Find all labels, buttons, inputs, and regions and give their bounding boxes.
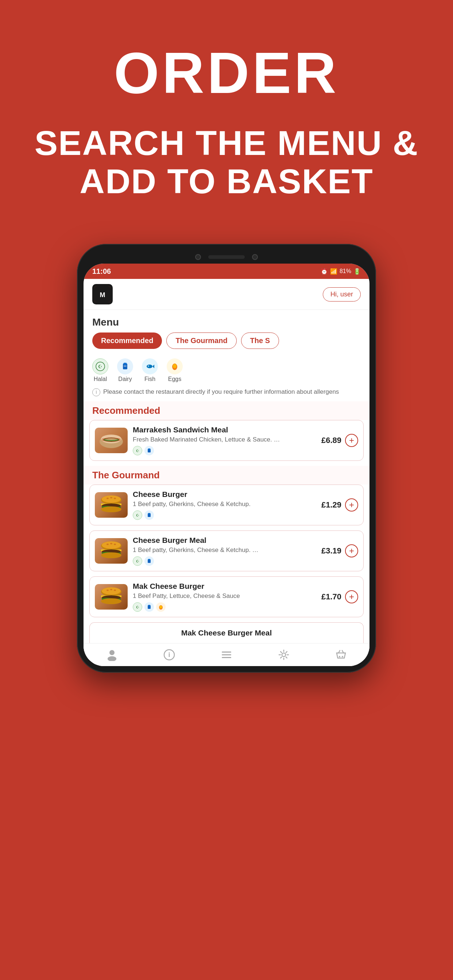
mak-cheese-burger-desc: 1 Beef Patty, Lettuce, Cheese & Sauce (133, 592, 316, 600)
svg-text:i: i (169, 651, 170, 659)
svg-point-24 (114, 498, 116, 499)
cheese-burger-desc: 1 Beef patty, Gherkins, Cheese & Ketchup… (133, 500, 316, 508)
svg-rect-60 (222, 654, 231, 655)
phone-wrapper: 11:06 ⏰ 📶 81% 🔋 M (77, 244, 376, 673)
category-tabs: Recommended The Gourmand The S (83, 332, 370, 355)
svg-point-7 (147, 364, 152, 368)
halal-icon: ☪ (92, 358, 108, 374)
cheese-burger-price-area: £1.29 + (321, 498, 358, 512)
cheese-burger-allergens: ☪ (133, 511, 316, 520)
section-gourmand: The Gourmand (83, 466, 370, 485)
marrakesh-dairy-icon (144, 446, 154, 455)
app-logo: M (92, 284, 113, 304)
eggs-label: Eggs (168, 376, 181, 382)
mcb-halal-icon: ☪ (133, 602, 142, 612)
svg-point-32 (102, 541, 121, 549)
svg-text:☪: ☪ (136, 559, 139, 563)
svg-marker-8 (152, 364, 154, 368)
allergen-eggs: Eggs (167, 358, 183, 382)
tab-recommended[interactable]: Recommended (92, 332, 162, 349)
nav-item-profile[interactable] (106, 649, 118, 661)
status-bar: 11:06 ⏰ 📶 81% 🔋 (83, 264, 370, 279)
battery-text: 81% (340, 268, 351, 275)
cheese-burger-meal-price: £3.19 (321, 546, 341, 555)
status-time: 11:06 (92, 267, 111, 275)
svg-rect-19 (148, 449, 150, 450)
hi-user-button[interactable]: Hi, user (323, 287, 361, 302)
marrakesh-add-button[interactable]: + (345, 434, 358, 447)
cheese-burger-meal-name: Cheese Burger Meal (133, 536, 316, 545)
svg-point-64 (342, 656, 343, 657)
allergen-halal: ☪ Halal (92, 358, 108, 382)
menu-icon (220, 649, 233, 661)
cheese-burger-add-button[interactable]: + (345, 498, 358, 512)
svg-point-21 (102, 495, 121, 503)
svg-point-43 (102, 587, 121, 595)
svg-rect-61 (222, 657, 231, 658)
svg-rect-30 (148, 513, 150, 514)
basket-icon (335, 649, 347, 661)
cheese-burger-meal-info: Cheese Burger Meal 1 Beef patty, Gherkin… (133, 536, 316, 566)
svg-point-27 (101, 506, 121, 512)
cb-halal-icon: ☪ (133, 511, 142, 520)
cbm-dairy-icon (144, 556, 154, 566)
allergen-fish: Fish (142, 358, 158, 382)
nav-item-menu[interactable] (220, 649, 233, 661)
cheese-burger-info: Cheese Burger 1 Beef patty, Gherkins, Ch… (133, 490, 316, 520)
cheese-burger-image (95, 492, 128, 518)
cheese-burger-meal-allergens: ☪ (133, 556, 316, 566)
cheese-burger-meal-image (95, 538, 128, 564)
cheese-burger-meal-add-button[interactable]: + (345, 544, 358, 557)
marrakesh-price: £6.89 (321, 436, 341, 445)
fish-label: Fish (144, 376, 155, 382)
nav-item-info[interactable]: i (163, 649, 175, 661)
menu-item-marrakesh: Marrakesh Sandwich Meal Fresh Baked Mari… (89, 420, 364, 461)
svg-point-46 (114, 590, 116, 591)
nav-item-settings[interactable] (278, 649, 290, 661)
hero-section: ORDER SEARCH THE MENU & ADD TO BASKET (0, 0, 453, 222)
svg-point-63 (339, 656, 340, 657)
marrakesh-image (95, 428, 128, 453)
svg-point-38 (101, 552, 121, 558)
tab-s[interactable]: The S (241, 332, 279, 349)
menu-item-mak-cheese-burger: Mak Cheese Burger 1 Beef Patty, Lettuce,… (89, 576, 364, 617)
cheese-burger-meal-price-area: £3.19 + (321, 544, 358, 557)
marrakesh-allergens: ☪ (133, 446, 316, 455)
svg-point-44 (107, 590, 109, 591)
dairy-label: Dairy (118, 376, 132, 382)
svg-rect-41 (148, 559, 150, 560)
allergen-note-text: Please contact the restaurant directly i… (103, 388, 339, 396)
svg-point-55 (109, 650, 115, 655)
allergen-row: ☪ Halal Dairy (83, 355, 370, 386)
svg-point-11 (173, 364, 177, 368)
tab-gourmand[interactable]: The Gourmand (166, 332, 236, 349)
svg-rect-59 (222, 652, 231, 652)
svg-point-54 (160, 606, 162, 608)
halal-label: Halal (94, 376, 107, 382)
cheese-burger-name: Cheese Burger (133, 490, 316, 499)
fish-icon (142, 358, 158, 374)
partial-card-mak-meal: Mak Cheese Burger Meal (89, 622, 364, 643)
svg-point-35 (114, 544, 116, 545)
mak-cheese-burger-add-button[interactable]: + (345, 590, 358, 603)
svg-text:☪: ☪ (98, 364, 102, 369)
marrakesh-info: Marrakesh Sandwich Meal Fresh Baked Mari… (133, 425, 316, 455)
nav-item-basket[interactable] (335, 649, 347, 661)
sensor (252, 254, 258, 260)
front-camera (195, 254, 201, 260)
cheese-burger-meal-desc: 1 Beef patty, Gherkins, Cheese & Ketchup… (133, 546, 316, 554)
cheese-burger-price: £1.29 (321, 500, 341, 510)
svg-text:M: M (100, 291, 105, 299)
svg-point-22 (107, 498, 109, 499)
svg-rect-5 (124, 363, 126, 364)
cb-dairy-icon (144, 511, 154, 520)
menu-item-cheese-burger: Cheese Burger 1 Beef patty, Gherkins, Ch… (89, 485, 364, 525)
alarm-icon: ⏰ (321, 268, 328, 275)
svg-text:☪: ☪ (136, 513, 139, 517)
phone-screen: 11:06 ⏰ 📶 81% 🔋 M (83, 264, 370, 666)
mcb-extra-icon (156, 602, 166, 612)
hero-title: ORDER (22, 44, 431, 102)
info-icon: i (163, 649, 175, 661)
bottom-nav: i (83, 643, 370, 666)
svg-text:☪: ☪ (136, 605, 139, 609)
